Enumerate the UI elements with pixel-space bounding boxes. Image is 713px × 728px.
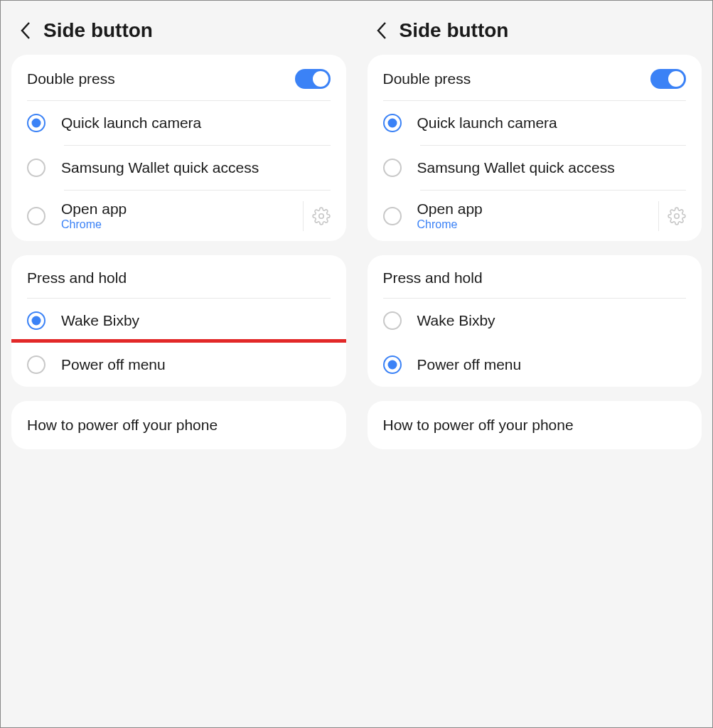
press-hold-header: Press and hold bbox=[368, 255, 702, 298]
radio-icon bbox=[27, 355, 45, 374]
radio-icon bbox=[27, 207, 45, 225]
how-to-power-off-link[interactable]: How to power off your phone bbox=[11, 401, 346, 449]
gear-icon[interactable] bbox=[312, 207, 331, 225]
gear-icon[interactable] bbox=[668, 207, 686, 225]
option-label: Wake Bixby bbox=[417, 312, 687, 329]
double-press-toggle[interactable] bbox=[295, 69, 331, 89]
settings-screen-right: Side button Double press Quick launch ca… bbox=[357, 1, 713, 727]
option-label: Wake Bixby bbox=[61, 312, 331, 329]
option-label: Samsung Wallet quick access bbox=[417, 159, 687, 176]
option-label: Samsung Wallet quick access bbox=[61, 159, 331, 176]
gear-wrap bbox=[658, 201, 686, 231]
option-label: Power off menu bbox=[417, 356, 687, 373]
double-press-header: Double press bbox=[368, 55, 702, 100]
radio-icon bbox=[383, 159, 402, 177]
page-title: Side button bbox=[400, 19, 509, 42]
how-to-power-off-link[interactable]: How to power off your phone bbox=[368, 401, 702, 449]
radio-icon bbox=[383, 311, 402, 330]
double-press-card: Double press Quick launch camera Samsung… bbox=[11, 55, 346, 241]
double-press-card: Double press Quick launch camera Samsung… bbox=[368, 55, 702, 241]
option-power-off-menu[interactable]: Power off menu bbox=[11, 339, 346, 387]
header: Side button bbox=[357, 1, 713, 55]
header: Side button bbox=[1, 1, 357, 55]
option-power-off-menu[interactable]: Power off menu bbox=[368, 343, 702, 387]
section-label: Press and hold bbox=[27, 269, 127, 287]
radio-icon bbox=[383, 355, 402, 374]
option-samsung-wallet[interactable]: Samsung Wallet quick access bbox=[368, 146, 702, 190]
option-open-app[interactable]: Open app Chrome bbox=[368, 191, 702, 241]
option-wake-bixby[interactable]: Wake Bixby bbox=[11, 299, 346, 343]
option-quick-launch-camera[interactable]: Quick launch camera bbox=[368, 101, 702, 145]
back-button[interactable] bbox=[15, 20, 36, 41]
radio-icon bbox=[27, 159, 45, 177]
link-text: How to power off your phone bbox=[27, 417, 331, 434]
section-label: Press and hold bbox=[383, 269, 483, 287]
option-open-app[interactable]: Open app Chrome bbox=[11, 191, 346, 241]
option-sublabel: Chrome bbox=[417, 218, 655, 231]
settings-screen-left: Side button Double press Quick launch ca… bbox=[1, 1, 357, 727]
back-button[interactable] bbox=[371, 20, 392, 41]
option-wake-bixby[interactable]: Wake Bixby bbox=[368, 299, 702, 343]
option-label: Open app bbox=[61, 200, 299, 218]
gear-wrap bbox=[303, 201, 331, 231]
option-label: Quick launch camera bbox=[61, 114, 331, 132]
option-sublabel: Chrome bbox=[61, 218, 299, 231]
option-quick-launch-camera[interactable]: Quick launch camera bbox=[11, 101, 346, 145]
press-hold-card: Press and hold Wake Bixby Power off menu bbox=[368, 255, 702, 387]
svg-point-0 bbox=[318, 213, 323, 218]
section-label: Double press bbox=[27, 70, 115, 87]
press-hold-header: Press and hold bbox=[11, 255, 346, 298]
back-icon bbox=[20, 21, 31, 40]
radio-icon bbox=[27, 114, 45, 132]
link-text: How to power off your phone bbox=[383, 417, 687, 434]
svg-point-1 bbox=[675, 213, 680, 218]
page-title: Side button bbox=[43, 19, 153, 42]
double-press-toggle[interactable] bbox=[650, 69, 686, 89]
option-samsung-wallet[interactable]: Samsung Wallet quick access bbox=[11, 146, 346, 190]
radio-icon bbox=[27, 311, 45, 330]
radio-icon bbox=[383, 114, 402, 132]
radio-icon bbox=[383, 207, 402, 225]
double-press-header: Double press bbox=[11, 55, 346, 100]
back-icon bbox=[376, 21, 387, 40]
section-label: Double press bbox=[383, 70, 471, 87]
option-label: Open app bbox=[417, 200, 655, 218]
option-label: Power off menu bbox=[61, 356, 331, 373]
press-hold-card: Press and hold Wake Bixby Power off menu bbox=[11, 255, 346, 387]
option-label: Quick launch camera bbox=[417, 114, 687, 132]
